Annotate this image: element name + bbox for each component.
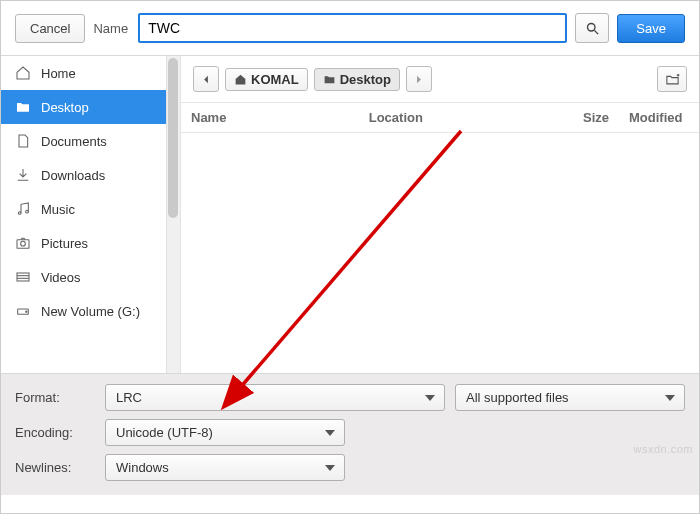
download-icon — [15, 167, 31, 183]
sidebar-item-label: Music — [41, 202, 75, 217]
camera-icon — [15, 235, 31, 251]
encoding-value: Unicode (UTF-8) — [116, 425, 213, 440]
home-icon — [234, 73, 247, 86]
column-name[interactable]: Name — [181, 103, 359, 132]
search-button[interactable] — [575, 13, 609, 43]
sidebar-item-videos[interactable]: Videos — [1, 260, 180, 294]
sidebar-item-label: Videos — [41, 270, 81, 285]
svg-line-1 — [594, 30, 598, 34]
path-bar: KOMAL Desktop — [181, 56, 699, 103]
breadcrumb-current[interactable]: Desktop — [314, 68, 400, 91]
file-browser: Home Desktop Documents Downloads Music P… — [1, 56, 699, 374]
cancel-button[interactable]: Cancel — [15, 14, 85, 43]
sidebar-item-desktop[interactable]: Desktop — [1, 90, 180, 124]
path-forward-button[interactable] — [406, 66, 432, 92]
video-icon — [15, 269, 31, 285]
filename-input[interactable] — [138, 13, 567, 43]
name-label: Name — [93, 21, 130, 36]
places-sidebar: Home Desktop Documents Downloads Music P… — [1, 56, 181, 373]
sidebar-item-music[interactable]: Music — [1, 192, 180, 226]
home-icon — [15, 65, 31, 81]
sidebar-item-documents[interactable]: Documents — [1, 124, 180, 158]
newlines-value: Windows — [116, 460, 169, 475]
svg-point-3 — [26, 210, 29, 213]
file-list-panel: KOMAL Desktop Name Location Size Modifie… — [181, 56, 699, 373]
sidebar-item-home[interactable]: Home — [1, 56, 180, 90]
filter-value: All supported files — [466, 390, 569, 405]
filter-select[interactable]: All supported files — [455, 384, 685, 411]
column-modified[interactable]: Modified — [619, 103, 699, 132]
encoding-label: Encoding: — [15, 425, 95, 440]
breadcrumb-home[interactable]: KOMAL — [225, 68, 308, 91]
sidebar-item-label: Pictures — [41, 236, 88, 251]
search-icon — [585, 21, 600, 36]
sidebar-item-label: Desktop — [41, 100, 89, 115]
save-button[interactable]: Save — [617, 14, 685, 43]
sidebar-item-pictures[interactable]: Pictures — [1, 226, 180, 260]
chevron-right-icon — [413, 74, 424, 85]
document-icon — [15, 133, 31, 149]
options-panel: Format: LRC All supported files Encoding… — [1, 374, 699, 495]
scrollbar-thumb[interactable] — [168, 58, 178, 218]
svg-rect-6 — [17, 273, 29, 281]
music-icon — [15, 201, 31, 217]
svg-point-0 — [587, 23, 595, 31]
chevron-left-icon — [201, 74, 212, 85]
top-bar: Cancel Name Save — [1, 1, 699, 56]
new-folder-icon — [665, 72, 680, 87]
column-headers: Name Location Size Modified — [181, 103, 699, 133]
new-folder-button[interactable] — [657, 66, 687, 92]
drive-icon — [15, 303, 31, 319]
newlines-select[interactable]: Windows — [105, 454, 345, 481]
sidebar-item-volume-g[interactable]: New Volume (G:) — [1, 294, 180, 328]
sidebar-item-downloads[interactable]: Downloads — [1, 158, 180, 192]
sidebar-item-label: Home — [41, 66, 76, 81]
sidebar-item-label: Downloads — [41, 168, 105, 183]
file-list[interactable] — [181, 133, 699, 373]
format-value: LRC — [116, 390, 142, 405]
format-select[interactable]: LRC — [105, 384, 445, 411]
svg-point-5 — [21, 241, 26, 246]
newlines-label: Newlines: — [15, 460, 95, 475]
breadcrumb-label: KOMAL — [251, 72, 299, 87]
watermark: wsxdn.com — [633, 443, 693, 455]
folder-icon — [15, 99, 31, 115]
svg-point-2 — [18, 212, 21, 215]
svg-point-10 — [26, 311, 27, 312]
sidebar-scrollbar[interactable] — [166, 56, 180, 373]
path-back-button[interactable] — [193, 66, 219, 92]
column-location[interactable]: Location — [359, 103, 559, 132]
column-size[interactable]: Size — [559, 103, 619, 132]
breadcrumb-label: Desktop — [340, 72, 391, 87]
encoding-select[interactable]: Unicode (UTF-8) — [105, 419, 345, 446]
format-label: Format: — [15, 390, 95, 405]
sidebar-item-label: New Volume (G:) — [41, 304, 140, 319]
sidebar-item-label: Documents — [41, 134, 107, 149]
folder-icon — [323, 73, 336, 86]
